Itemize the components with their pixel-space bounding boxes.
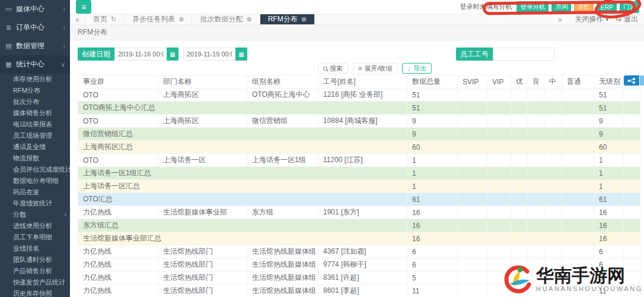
- sidebar-item-年度绩效统计[interactable]: 年度绩效统计: [0, 198, 70, 209]
- table-row[interactable]: OTO上海话务一区上海话务一区1组11200 [江苏]11: [78, 154, 640, 167]
- sidebar-item-员工下单明细[interactable]: 员工下单明细: [0, 232, 70, 243]
- sidebar-item-产品销售分析[interactable]: 产品销售分析: [0, 266, 70, 277]
- expand-collapse-button[interactable]: ≡ 展开/收缩: [353, 63, 397, 74]
- sidebar-item-媒体销售分析[interactable]: 媒体销售分析: [0, 108, 70, 119]
- calendar-icon: ▦: [170, 51, 175, 58]
- column-header-无级别[interactable]: 无级别: [594, 75, 624, 89]
- table-cell: [544, 232, 562, 245]
- tab-批次数据分配[interactable]: 批次数据分配⊗: [192, 14, 260, 24]
- column-header-普通[interactable]: 普通: [562, 75, 594, 89]
- table-row[interactable]: OTO上海商拓区OTO商拓上海中心1216 [商拓 业务部]5151: [78, 89, 640, 102]
- sidebar-item-分数[interactable]: 分数‹: [0, 209, 70, 220]
- sidebar-item-RFM分布[interactable]: RFM分布: [0, 85, 70, 96]
- sidebar-item-会员评估完成度统计[interactable]: 会员评估完成度统计: [0, 164, 70, 175]
- sidebar-item-物流报数[interactable]: 物流报数: [0, 153, 70, 164]
- summary-row[interactable]: OTO商拓上海中心汇总5151: [78, 102, 640, 115]
- date-to-input[interactable]: [183, 48, 235, 61]
- summary-row[interactable]: 上海话务一区汇总11: [78, 180, 640, 193]
- sidebar-item-业绩排名[interactable]: 业绩排名: [0, 243, 70, 254]
- summary-row[interactable]: 生活馆新媒体事业部汇总1616: [78, 232, 640, 245]
- summary-row[interactable]: 上海商拓区汇总6060: [78, 141, 640, 154]
- sidebar-item-电话结果报表[interactable]: 电话结果报表: [0, 119, 70, 130]
- refresh-icon[interactable]: ↻: [111, 15, 116, 23]
- sidebar-toggle-button[interactable]: ≡: [76, 0, 91, 14]
- topbar-button-ERP[interactable]: ERP: [597, 2, 617, 12]
- table-row[interactable]: OTO上海商拓区微信营销组10884 [商城客服]99: [78, 115, 640, 128]
- summary-total-cell: 1: [407, 167, 458, 180]
- summary-row[interactable]: OTO汇总6161: [78, 193, 640, 206]
- column-header-中[interactable]: 中: [544, 75, 562, 89]
- column-header-工号[姓名][interactable]: 工号[姓名]: [318, 75, 407, 89]
- summary-total-cell: 9: [407, 128, 458, 141]
- summary-no-level-cell: 61: [594, 193, 624, 206]
- sidebar-item-库存使用分析[interactable]: 库存使用分析: [0, 74, 70, 85]
- close-operations-dropdown[interactable]: 关闭操作 ▾: [575, 14, 608, 24]
- sidebar-item-通话及业绩[interactable]: 通话及业绩: [0, 141, 70, 153]
- tab-异步任务列表[interactable]: 异步任务列表⊗: [125, 14, 192, 24]
- sidebar-item-进线使用分析[interactable]: 进线使用分析: [0, 220, 70, 232]
- download-icon: ↓: [407, 65, 411, 72]
- table-cell: 6: [594, 245, 624, 258]
- employee-id-input[interactable]: [493, 48, 554, 61]
- close-tab-icon[interactable]: ⊗: [246, 15, 251, 23]
- table-cell: [487, 245, 511, 258]
- extension-alert-text: 登录时未填写分机: [460, 2, 512, 11]
- export-button[interactable]: ↓ 导出: [402, 63, 432, 74]
- topbar-button-门派[interactable]: 门派: [620, 1, 639, 13]
- table-cell: [624, 141, 640, 154]
- tab-首页[interactable]: 首页↻: [85, 14, 125, 24]
- calendar-icon: ▦: [238, 51, 244, 58]
- close-tab-icon[interactable]: ⊗: [178, 15, 184, 23]
- column-header-良[interactable]: 良: [528, 75, 544, 89]
- table-cell: [528, 115, 544, 128]
- search-button[interactable]: 搜索: [318, 63, 348, 74]
- column-header-数据总量[interactable]: 数据总量: [407, 75, 458, 89]
- table-cell: [458, 89, 487, 102]
- table-row[interactable]: 力亿热线生活馆热线部门生活馆热线新媒体组4367 [沈如霜]66: [78, 245, 640, 258]
- date-from-input[interactable]: [114, 48, 167, 61]
- sidebar-section-订单中心[interactable]: ≣订单中心‹: [0, 18, 70, 37]
- tabs-scroll-left-button[interactable]: «: [70, 14, 85, 24]
- date-from-calendar-button[interactable]: ▦: [167, 48, 178, 61]
- topbar-button-示闲[interactable]: 示闲: [551, 1, 571, 13]
- sidebar-item-团队通时分析[interactable]: 团队通时分析: [0, 254, 70, 266]
- sidebar-item-快递发货产品统计[interactable]: 快递发货产品统计: [0, 277, 70, 288]
- sidebar-section-媒体中心[interactable]: ▭媒体中心‹: [0, 0, 70, 18]
- table-cell: [544, 245, 562, 258]
- logout-button[interactable]: ↪ 退出: [616, 14, 638, 24]
- summary-row[interactable]: 上海话务一区1组汇总11: [78, 167, 640, 180]
- table-cell: 9: [594, 115, 624, 128]
- sidebar-item-批次分布[interactable]: 批次分布: [0, 96, 70, 108]
- date-to-calendar-button[interactable]: ▦: [235, 48, 247, 61]
- sidebar-item-历史库存快照[interactable]: 历史库存快照: [0, 288, 70, 297]
- column-header-优[interactable]: 优: [511, 75, 528, 89]
- table-cell: 上海商拓区: [158, 115, 247, 128]
- column-header-SVIP[interactable]: SVIP: [458, 75, 487, 89]
- tabs-scroll-right-button[interactable]: »: [552, 15, 568, 24]
- table-view-toggle-button-partial[interactable]: [640, 75, 644, 86]
- topbar-button-登录分机[interactable]: 登录分机: [517, 1, 549, 13]
- column-header-组别名称[interactable]: 组别名称: [247, 75, 318, 89]
- table-cell: 生活馆热线部门: [158, 271, 247, 285]
- column-header-部门名称[interactable]: 部门名称: [158, 75, 247, 89]
- sidebar-item-label: 批次分布: [13, 98, 39, 106]
- sidebar-item-数据地分布明细[interactable]: 数据地分布明细: [0, 175, 70, 187]
- close-tab-icon[interactable]: ⊗: [301, 15, 307, 23]
- summary-row[interactable]: 微信营销组汇总99: [78, 128, 640, 141]
- column-header-VIP[interactable]: VIP: [487, 75, 511, 89]
- topbar-button-示忙[interactable]: 示忙: [574, 1, 594, 13]
- table-cell: [544, 89, 562, 102]
- sidebar-item-药品在途[interactable]: 药品在途: [0, 187, 70, 198]
- sidebar-section-统计中心[interactable]: ▦统计中心∨: [0, 55, 70, 74]
- tab-RFM分布[interactable]: RFM分布⊗: [260, 14, 315, 24]
- table-cell: [487, 219, 511, 232]
- sidebar-item-label: 团队通时分析: [13, 256, 52, 264]
- chart-view-toggle-button[interactable]: [624, 75, 639, 86]
- summary-row[interactable]: 东方组汇总1616: [78, 219, 640, 232]
- sidebar-section-数据管理[interactable]: ▤数据管理‹: [0, 37, 70, 55]
- sidebar-item-员工现场管理[interactable]: 员工现场管理: [0, 130, 70, 141]
- table-row[interactable]: 力亿热线生活馆新媒体事业部东方组1901 [东方]1616: [78, 206, 640, 219]
- table-cell: OTO: [78, 115, 158, 128]
- column-header-事业群[interactable]: 事业群: [78, 75, 158, 89]
- summary-total-cell: 16: [407, 219, 458, 232]
